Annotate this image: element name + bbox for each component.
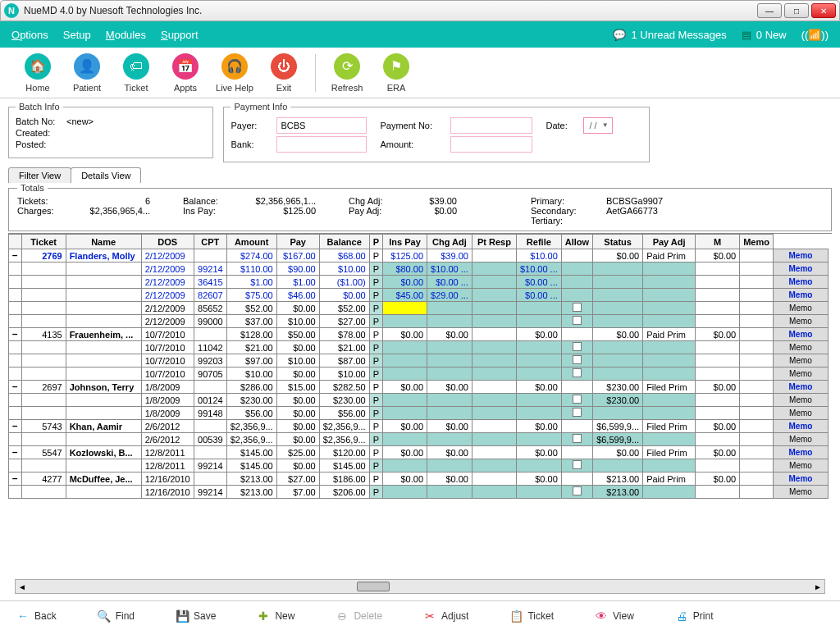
- appts-button[interactable]: 📅Appts: [161, 53, 210, 93]
- col-ticket[interactable]: Ticket: [21, 235, 66, 249]
- unread-messages-link[interactable]: 💬 1 Unread Messages: [613, 29, 726, 41]
- col-amount[interactable]: Amount: [226, 235, 276, 249]
- refile-checkbox[interactable]: [573, 355, 582, 364]
- table-row[interactable]: −4135Frauenheim, ...10/7/2010$128.00$50.…: [9, 328, 829, 341]
- table-row[interactable]: 10/7/201099203$97.00$10.00$87.00PMemo: [9, 354, 829, 368]
- table-row[interactable]: −5743Khan, Aamir2/6/2012$2,356,9...$0.00…: [9, 420, 829, 433]
- refile-checkbox[interactable]: [573, 368, 582, 377]
- patient-button[interactable]: 👤Patient: [62, 53, 112, 93]
- print-button[interactable]: 🖨Print: [675, 609, 714, 623]
- refresh-button[interactable]: ⟳Refresh: [322, 53, 372, 93]
- scroll-right-icon[interactable]: ►: [811, 582, 824, 591]
- tab-details-view[interactable]: Details View: [71, 167, 141, 183]
- bank-input[interactable]: [276, 136, 367, 153]
- table-row[interactable]: 12/8/201199214$145.00$0.00$145.00PMemo: [9, 459, 829, 472]
- refile-checkbox[interactable]: [573, 486, 582, 495]
- table-row[interactable]: 1/8/200999148$56.00$0.00$56.00PMemo: [9, 407, 829, 420]
- menu-support[interactable]: Support: [161, 29, 199, 41]
- memo-button[interactable]: Memo: [773, 354, 828, 368]
- view-button[interactable]: 👁View: [595, 609, 634, 623]
- data-grid[interactable]: TicketNameDOSCPTAmountPayBalancePIns Pay…: [8, 233, 832, 559]
- expand-toggle[interactable]: −: [12, 447, 18, 458]
- minimize-button[interactable]: —: [757, 3, 782, 18]
- col-ins pay[interactable]: Ins Pay: [383, 235, 427, 249]
- memo-button[interactable]: Memo: [773, 315, 828, 328]
- col-pt resp[interactable]: Pt Resp: [472, 235, 516, 249]
- memo-button[interactable]: Memo: [773, 420, 828, 433]
- refile-checkbox[interactable]: [573, 303, 582, 312]
- memo-button[interactable]: Memo: [773, 433, 828, 446]
- table-row[interactable]: −2697Johnson, Terry1/8/2009$286.00$15.00…: [9, 381, 829, 394]
- table-row[interactable]: 2/12/200999000$37.00$10.00$27.00PMemo: [9, 315, 829, 328]
- horizontal-scrollbar[interactable]: ◄ ►: [15, 579, 825, 594]
- ticket-link[interactable]: 2769: [42, 251, 62, 261]
- col-dos[interactable]: DOS: [141, 235, 194, 249]
- memo-button[interactable]: Memo: [773, 328, 828, 341]
- col-name[interactable]: Name: [66, 235, 141, 249]
- close-button[interactable]: ✕: [811, 3, 836, 18]
- table-row[interactable]: 10/7/201090705$10.00$0.00$10.00PMemo: [9, 368, 829, 381]
- expand-toggle[interactable]: −: [12, 250, 18, 261]
- memo-button[interactable]: Memo: [773, 459, 828, 472]
- ticket-bottom-button[interactable]: 📋Ticket: [509, 609, 554, 623]
- table-row[interactable]: −2769Flanders, Molly2/12/2009$274.00$167…: [9, 249, 829, 262]
- memo-button[interactable]: Memo: [773, 381, 828, 394]
- amount-input[interactable]: [450, 136, 532, 153]
- menu-setup[interactable]: Setup: [63, 29, 91, 41]
- memo-button[interactable]: Memo: [773, 262, 828, 276]
- expand-toggle[interactable]: −: [12, 329, 18, 340]
- patient-name-link[interactable]: Flanders, Molly: [70, 251, 135, 261]
- table-row[interactable]: 2/12/200936415$1.00$1.00($1.00)P$0.00$0.…: [9, 276, 829, 289]
- scrollbar-thumb[interactable]: [357, 582, 390, 591]
- memo-button[interactable]: Memo: [773, 341, 828, 354]
- col-m[interactable]: M: [696, 235, 740, 249]
- col-pay adj[interactable]: Pay Adj: [643, 235, 696, 249]
- col-status[interactable]: Status: [593, 235, 643, 249]
- expand-toggle[interactable]: −: [12, 473, 18, 484]
- memo-button[interactable]: Memo: [773, 446, 828, 459]
- livehelp-button[interactable]: 🎧Live Help: [210, 53, 259, 93]
- home-button[interactable]: 🏠Home: [13, 53, 62, 93]
- col-chg adj[interactable]: Chg Adj: [427, 235, 472, 249]
- refile-checkbox[interactable]: [573, 434, 582, 443]
- table-row[interactable]: 1/8/200900124$230.00$0.00$230.00P$230.00…: [9, 394, 829, 407]
- new-button[interactable]: ✚New: [257, 609, 294, 623]
- table-row[interactable]: 2/6/201200539$2,356,9...$0.00$2,356,9...…: [9, 433, 829, 446]
- new-messages-link[interactable]: ▤ 0 New: [742, 29, 787, 41]
- payer-input[interactable]: [276, 117, 367, 134]
- refile-checkbox[interactable]: [573, 460, 582, 469]
- col-memo[interactable]: Memo: [740, 235, 774, 249]
- memo-button[interactable]: Memo: [773, 407, 828, 420]
- memo-button[interactable]: Memo: [773, 486, 828, 499]
- col-p[interactable]: P: [369, 235, 382, 249]
- col-cpt[interactable]: CPT: [194, 235, 226, 249]
- wireless-icon[interactable]: ((📶)): [801, 29, 829, 41]
- memo-button[interactable]: Memo: [773, 368, 828, 381]
- scroll-left-icon[interactable]: ◄: [16, 582, 29, 591]
- table-row[interactable]: −4277McDuffee, Je...12/16/2010$213.00$27…: [9, 472, 829, 486]
- exit-button[interactable]: ⏻Exit: [259, 53, 308, 93]
- memo-button[interactable]: Memo: [773, 289, 828, 302]
- paymentno-input[interactable]: [450, 117, 532, 134]
- maximize-button[interactable]: □: [784, 3, 809, 18]
- col-allow[interactable]: Allow: [561, 235, 592, 249]
- table-row[interactable]: −5547Kozlowski, B...12/8/2011$145.00$25.…: [9, 446, 829, 459]
- table-row[interactable]: 2/12/200982607$75.00$46.00$0.00P$45.00$2…: [9, 289, 829, 302]
- table-row[interactable]: 2/12/200999214$110.00$90.00$10.00P$80.00…: [9, 262, 829, 276]
- refile-checkbox[interactable]: [573, 408, 582, 417]
- table-row[interactable]: 12/16/201099214$213.00$7.00$206.00P$213.…: [9, 486, 829, 499]
- expand-toggle[interactable]: −: [12, 421, 18, 431]
- tab-filter-view[interactable]: Filter View: [8, 167, 71, 183]
- col-pay[interactable]: Pay: [276, 235, 319, 249]
- adjust-button[interactable]: ✂Adjust: [423, 609, 468, 623]
- table-row[interactable]: 2/12/200985652$52.00$0.00$52.00PMemo: [9, 302, 829, 315]
- memo-button[interactable]: Memo: [773, 394, 828, 407]
- refile-checkbox[interactable]: [573, 395, 582, 404]
- expand-toggle[interactable]: −: [12, 381, 18, 392]
- find-button[interactable]: 🔍Find: [98, 609, 135, 623]
- back-button[interactable]: ←Back: [16, 609, 57, 623]
- refile-checkbox[interactable]: [573, 342, 582, 351]
- memo-button[interactable]: Memo: [773, 302, 828, 315]
- memo-button[interactable]: Memo: [773, 472, 828, 486]
- col-balance[interactable]: Balance: [319, 235, 369, 249]
